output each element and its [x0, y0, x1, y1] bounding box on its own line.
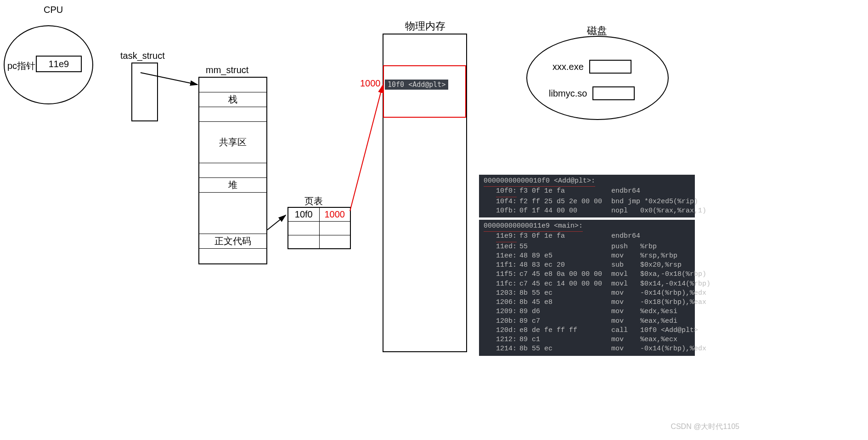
- asm-row: 120b:89 c7mov %eax,%edi: [484, 317, 690, 326]
- mm-struct-box: 栈 共享区 堆 正文代码: [198, 77, 267, 264]
- asm-row: 11ed:55push %rbp: [484, 242, 690, 251]
- mm-row: [199, 193, 266, 234]
- page-table: 10f0 1000: [287, 207, 351, 249]
- page-table-title: 页表: [304, 195, 323, 207]
- mm-row-shared: 共享区: [199, 122, 266, 163]
- mm-row: [199, 107, 266, 122]
- mm-struct-title: mm_struct: [206, 65, 248, 75]
- asm-row: 11fc:c7 45 ec 14 00 00 00movl $0x14,-0x1…: [484, 280, 690, 289]
- mm-row-heap: 堆: [199, 178, 266, 193]
- disk-file-2-label: libmyc.so: [549, 88, 587, 99]
- asm-row: 10fb:0f 1f 44 00 00nopl 0x0(%rax,%rax,1): [484, 206, 690, 216]
- pc-pointer-value: 11e9: [36, 56, 82, 72]
- asm-row: 11ee:48 89 e5mov %rsp,%rbp: [484, 251, 690, 261]
- phys-mem-entry: 10f0 <Add@plt>: [385, 80, 448, 90]
- mm-row-text: 正文代码: [199, 234, 266, 249]
- asm-row: 11e9:f3 0f 1e faendbr64: [484, 232, 690, 242]
- disk-file-1: xxx.exe: [552, 60, 631, 74]
- asm-row: 11f1:48 83 ec 20sub $0x20,%rsp: [484, 261, 690, 270]
- asm-plt-block: 00000000000010f0 <Add@plt>: 10f0:f3 0f 1…: [479, 175, 695, 217]
- asm-row: 1214:8b 55 ecmov -0x14(%rbp),%edx: [484, 344, 690, 354]
- cpu-title: CPU: [44, 5, 63, 15]
- disk-file-1-box: [589, 60, 631, 74]
- asm-row: 10f4:f2 ff 25 d5 2e 00 00bnd jmp *0x2ed5…: [484, 197, 690, 206]
- watermark: CSDN @大时代1105: [671, 422, 739, 432]
- phys-mem-title: 物理内存: [405, 19, 445, 33]
- asm-row: 1212:89 c1mov %eax,%ecx: [484, 335, 690, 344]
- task-struct-box: [131, 63, 158, 121]
- asm-main-block: 00000000000011e9 <main>: 11e9:f3 0f 1e f…: [479, 220, 695, 356]
- asm-row: 1206:8b 45 e8mov -0x18(%rbp),%eax: [484, 298, 690, 307]
- arrow-mm-to-pgtbl: [267, 215, 286, 230]
- mm-row: [199, 163, 266, 178]
- page-table-vaddr: 10f0: [288, 207, 319, 221]
- asm-row: 1209:89 d6mov %edx,%esi: [484, 307, 690, 316]
- disk-ellipse: [526, 36, 669, 120]
- phys-mem-highlight: [383, 65, 466, 118]
- asm-row: 10f0:f3 0f 1e faendbr64: [484, 187, 690, 197]
- asm-plt-header: 00000000000010f0 <Add@plt>:: [484, 177, 595, 187]
- phys-mem-addr-label: 1000: [360, 78, 381, 89]
- disk-file-1-label: xxx.exe: [552, 62, 584, 72]
- mm-row-stack: 栈: [199, 92, 266, 107]
- asm-row: 120d:e8 de fe ff ffcall 10f0 <Add@plt>: [484, 326, 690, 335]
- asm-main-header: 00000000000011e9 <main>:: [484, 222, 583, 232]
- mm-row: [199, 78, 266, 92]
- pc-pointer-label: pc指针: [7, 60, 35, 72]
- asm-row: 1203:8b 55 ecmov -0x14(%rbp),%edx: [484, 289, 690, 298]
- mm-row: [199, 249, 266, 263]
- task-struct-title: task_struct: [120, 51, 165, 61]
- asm-row: 11f5:c7 45 e8 0a 00 00 00movl $0xa,-0x18…: [484, 270, 690, 279]
- disk-file-2-box: [592, 86, 635, 100]
- page-table-paddr: 1000: [319, 207, 350, 221]
- disk-file-2: libmyc.so: [549, 86, 635, 100]
- arrow-pgtbl-to-phys: [350, 86, 383, 211]
